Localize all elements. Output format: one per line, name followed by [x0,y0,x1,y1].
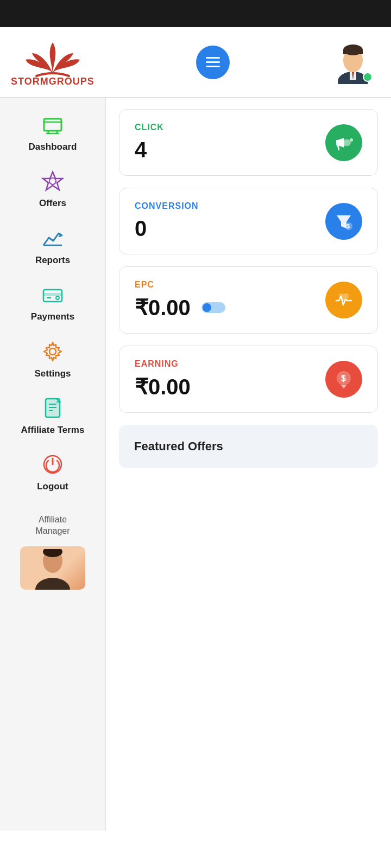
sidebar-item-affiliate-terms[interactable]: Affiliate Terms [0,387,105,443]
featured-offers-label: Featured Offers [134,439,223,454]
svg-point-19 [49,348,56,355]
menu-line-3 [206,66,220,67]
svg-point-30 [350,138,353,142]
svg-point-18 [56,296,59,299]
menu-button[interactable] [196,46,230,79]
main-layout: Dashboard Offers Reports [0,98,391,831]
affiliate-terms-label: Affiliate Terms [21,425,85,436]
epc-label: EPC [135,280,225,290]
affiliate-manager-label: AffiliateManager [30,509,75,542]
svg-point-13 [49,178,56,184]
sidebar: Dashboard Offers Reports [0,98,106,831]
conversion-stat-left: CONVERSION 0 [135,201,199,241]
logo-area: STORMGROUPS [11,37,94,87]
conversion-label: CONVERSION [135,201,199,211]
epc-icon [325,282,362,318]
earning-value: ₹0.00 [135,374,191,399]
svg-marker-12 [43,172,62,190]
epc-value: ₹0.00 [135,295,225,320]
sidebar-item-payments[interactable]: Payments [0,273,105,330]
header: STORMGROUPS [0,27,391,97]
svg-rect-6 [343,50,363,54]
payments-icon [41,283,64,308]
sidebar-item-dashboard[interactable]: Dashboard [0,104,105,160]
epc-stat-left: EPC ₹0.00 [135,280,225,320]
offers-icon [41,170,64,195]
dashboard-icon [41,113,64,138]
click-stat-card: CLICK 4 [119,109,378,176]
offers-label: Offers [39,198,66,209]
content-area: CLICK 4 CONVERSION 0 [106,98,391,831]
payments-label: Payments [31,311,74,322]
epc-stat-card: EPC ₹0.00 [119,266,378,334]
conversion-value: 0 [135,216,199,241]
settings-icon [41,340,64,365]
affiliate-manager-avatar [20,546,85,590]
click-label: CLICK [135,123,164,132]
affiliate-terms-icon [41,397,64,422]
svg-rect-16 [43,293,62,296]
sidebar-item-reports[interactable]: Reports [0,217,105,273]
conversion-stat-card: CONVERSION 0 $ [119,188,378,254]
top-bar [0,0,391,27]
conversion-icon: $ [325,203,362,240]
click-icon [325,124,362,161]
earning-label: EARNING [135,359,191,369]
user-avatar-area [331,41,375,84]
sidebar-item-affiliate-manager: AffiliateManager [0,500,105,598]
svg-text:$: $ [346,223,350,229]
reports-icon [41,227,64,252]
menu-line-2 [206,61,220,63]
earning-stat-left: EARNING ₹0.00 [135,359,191,399]
svg-point-28 [35,578,70,590]
settings-label: Settings [34,368,71,379]
sidebar-item-settings[interactable]: Settings [0,330,105,387]
earning-stat-card: EARNING ₹0.00 $ [119,346,378,413]
dashboard-label: Dashboard [29,142,77,152]
logo-icon [20,37,85,80]
click-value: 4 [135,138,164,162]
click-stat-left: CLICK 4 [135,123,164,162]
logo-text: STORMGROUPS [11,76,94,87]
svg-rect-7 [44,119,61,131]
logout-icon [41,453,64,478]
earning-icon: $ [325,361,362,398]
logout-label: Logout [37,481,68,492]
svg-rect-29 [336,140,338,145]
sidebar-item-logout[interactable]: Logout [0,443,105,500]
svg-text:$: $ [341,374,346,383]
epc-toggle[interactable] [201,302,225,313]
reports-label: Reports [35,255,70,266]
sidebar-item-offers[interactable]: Offers [0,160,105,216]
online-indicator [363,72,373,82]
menu-line-1 [206,57,220,59]
featured-offers-card: Featured Offers [119,425,378,468]
